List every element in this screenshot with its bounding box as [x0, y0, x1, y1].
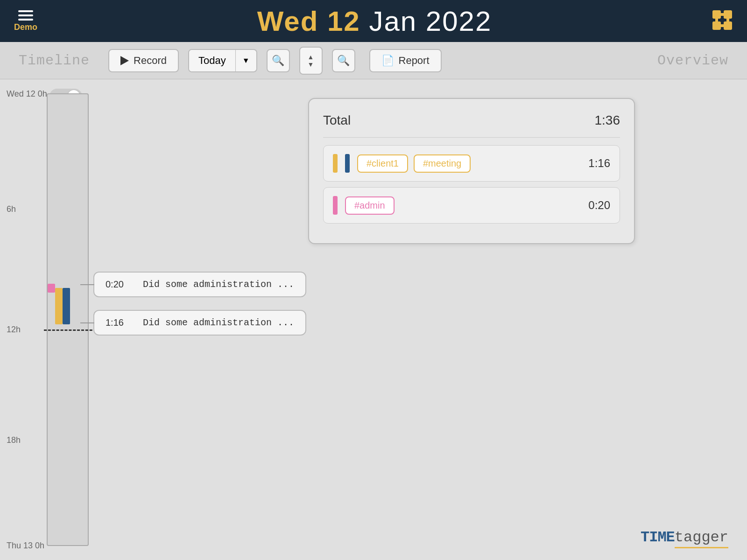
header-day-num: 12: [327, 6, 360, 37]
svg-rect-0: [712, 10, 721, 19]
overview-label: Overview: [657, 53, 728, 69]
callout-admin[interactable]: 0:20 Did some administration ...: [93, 272, 306, 297]
callout-admin-time: 0:20: [106, 279, 134, 290]
time-label-0h: Wed 12 0h: [7, 89, 47, 98]
svg-rect-4: [721, 13, 724, 16]
today-button[interactable]: Today: [189, 50, 236, 71]
play-icon: [120, 56, 129, 65]
zoom-out-icon: 🔍: [272, 55, 284, 67]
zoom-in-button[interactable]: 🔍: [332, 49, 355, 72]
scroll-updown-button[interactable]: ▲ ▼: [299, 47, 323, 75]
report-label: Report: [399, 55, 430, 67]
svg-rect-2: [712, 21, 721, 30]
svg-rect-5: [721, 24, 724, 27]
summary-card: Total 1:36 #client1 #meeting 1:16 #admin: [308, 98, 635, 244]
report-button[interactable]: 📄 Report: [369, 49, 442, 72]
record-button[interactable]: Record: [108, 49, 179, 72]
header-month-year: Jan 2022: [369, 6, 492, 37]
timeline-entry-client-blue[interactable]: [63, 288, 70, 324]
timeline-entry-admin[interactable]: [48, 284, 55, 293]
svg-rect-6: [715, 19, 718, 21]
up-arrow-icon: ▲: [308, 54, 314, 60]
hamburger-menu[interactable]: [18, 10, 33, 21]
logo-time-part: TIME: [641, 529, 675, 546]
total-value: 1:36: [595, 113, 620, 128]
tag-meeting[interactable]: #meeting: [414, 154, 471, 173]
toolbar: Timeline Record Today ▼ 🔍 ▲ ▼ 🔍 📄 Report…: [0, 42, 747, 79]
callout-client-text: Did some administration ...: [143, 317, 294, 328]
time-label-6h: 6h: [7, 204, 16, 214]
entry-color-gold: [333, 154, 338, 173]
timeline-entry-client-gold[interactable]: [55, 288, 63, 324]
entry-color-pink: [333, 196, 338, 215]
time-label-next-day: Thu 13 0h: [7, 541, 44, 551]
tag-client1[interactable]: #client1: [357, 154, 408, 173]
report-icon: 📄: [381, 55, 394, 67]
svg-rect-3: [724, 21, 732, 30]
timetagger-logo: TIMEtagger: [641, 528, 728, 546]
entry-row-client-meeting[interactable]: #client1 #meeting 1:16: [323, 145, 620, 182]
down-arrow-icon: ▼: [308, 61, 314, 68]
svg-rect-1: [724, 10, 732, 19]
total-row: Total 1:36: [323, 113, 620, 138]
callout-client-time: 1:16: [106, 317, 134, 328]
entry-tags-admin: #admin: [345, 196, 581, 215]
callout-admin-text: Did some administration ...: [143, 279, 294, 290]
callout-client[interactable]: 1:16 Did some administration ...: [93, 310, 306, 336]
logo-tagger-part: tagger: [675, 529, 728, 548]
entry-duration-client: 1:16: [588, 157, 610, 170]
entry-row-admin[interactable]: #admin 0:20: [323, 187, 620, 224]
entry-tags-client: #client1 #meeting: [357, 154, 581, 173]
timeline-bar: [47, 93, 89, 546]
timeline-panel: Wed 12 0h 6h 12h 18h Thu 13 0h 0:20 Did …: [0, 79, 196, 560]
tag-admin[interactable]: #admin: [345, 196, 395, 215]
total-label: Total: [323, 113, 351, 128]
record-label: Record: [134, 55, 167, 67]
plus-button[interactable]: [712, 9, 733, 33]
demo-label: Demo: [14, 22, 37, 32]
timeline-label: Timeline: [19, 53, 90, 69]
plus-icon: [712, 9, 733, 31]
zoom-in-icon: 🔍: [337, 55, 350, 67]
zoom-out-button[interactable]: 🔍: [267, 49, 290, 72]
entry-duration-admin: 0:20: [588, 199, 610, 212]
header-day-of-week: Wed: [257, 6, 327, 37]
entry-color-blue: [345, 154, 350, 173]
svg-rect-7: [726, 19, 729, 21]
top-bar-left: Demo: [14, 10, 37, 32]
today-button-group[interactable]: Today ▼: [188, 49, 257, 72]
time-label-12h: 12h: [7, 324, 21, 334]
time-label-18h: 18h: [7, 435, 21, 445]
header-title: Wed 12 Jan 2022: [257, 5, 492, 37]
main-content: Wed 12 0h 6h 12h 18h Thu 13 0h 0:20 Did …: [0, 79, 747, 560]
today-dropdown-arrow[interactable]: ▼: [236, 52, 256, 70]
top-bar: Demo Wed 12 Jan 2022: [0, 0, 747, 42]
